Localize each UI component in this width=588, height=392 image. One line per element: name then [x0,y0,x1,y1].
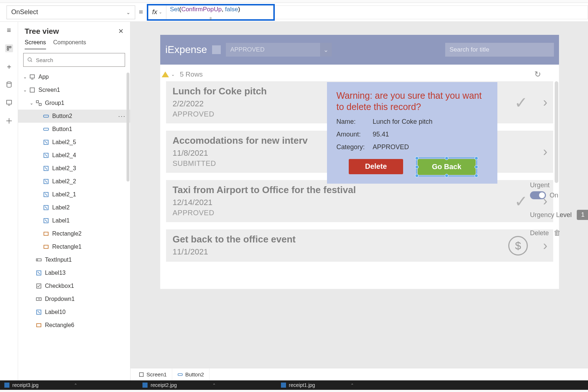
rect-icon [42,230,50,238]
tab-components[interactable]: Components [53,39,86,49]
tree-node-group1[interactable]: ⌄Group1 [18,97,130,110]
tree-node-label2_3[interactable]: Label2_3 [18,162,130,175]
label-icon [35,308,43,316]
tree-node-app[interactable]: ⌄App [18,70,130,83]
svg-rect-8 [30,88,34,92]
tree-node-checkbox1[interactable]: Checkbox1 [18,279,130,293]
property-selector-value: OnSelect [11,8,38,16]
left-rail: ≡ ＋ [0,22,18,380]
chevron-down-icon: ⌄ [126,9,131,15]
label-icon [42,217,50,225]
tree-node-label: Label13 [45,270,66,276]
download-file[interactable]: receipt1.jpg⌃ [281,382,354,388]
tree-node-rectangle6[interactable]: Rectangle6 [18,319,130,332]
tree-node-rectangle1[interactable]: Rectangle1 [18,240,130,253]
tree-node-label: TextInput1 [45,257,72,263]
close-icon[interactable]: ✕ [118,27,124,35]
tree-node-label: Label2_3 [52,165,76,172]
tree-search[interactable] [23,53,125,67]
app-icon [28,73,36,81]
fx-button[interactable]: fx ⌄ [148,5,166,19]
formula-bar-rest[interactable] [274,5,588,19]
tree-node-textinput1[interactable]: TextInput1 [18,253,130,266]
rect-icon [35,321,43,329]
formula-text[interactable]: Set(ConfirmPopUp, false) [166,5,273,19]
tree-node-label: Rectangle2 [52,230,82,237]
amount-key: Amount: [336,131,373,138]
svg-rect-11 [44,115,49,117]
tree-node-label: Label2_4 [52,152,76,159]
confirm-popup: Warning: are you sure that you want to d… [327,82,497,184]
tree-node-label2_1[interactable]: Label2_1 [18,188,130,201]
svg-rect-0 [7,46,8,48]
goback-button[interactable]: Go Back [418,159,476,175]
tree-node-label13[interactable]: Label13 [18,266,130,279]
expand-toggle-icon[interactable]: ⌄ [22,87,28,93]
tree-node-label2_4[interactable]: Label2_4 [18,149,130,162]
button-icon [177,372,183,377]
svg-rect-7 [30,75,34,78]
tree-node-label: Label10 [45,309,66,315]
svg-rect-10 [39,103,41,106]
search-icon [27,57,33,63]
label-icon [42,177,50,185]
tree-node-label: Label2_1 [52,191,76,198]
expand-toggle-icon[interactable]: ⌄ [28,101,35,106]
media-icon[interactable] [5,99,13,107]
tree-node-label: Label1 [52,217,70,224]
file-thumb-icon [142,383,148,388]
data-icon[interactable] [5,81,13,89]
tree-node-label1[interactable]: Label1 [18,214,130,227]
delete-button[interactable]: Delete [349,159,403,174]
file-thumb-icon [281,383,286,388]
tree-node-label: Label2 [52,204,70,211]
svg-rect-4 [7,100,12,104]
tree-node-label: Dropdown1 [45,296,75,302]
tab-screens[interactable]: Screens [25,39,46,49]
formula-input-highlighted[interactable]: fx ⌄ Set(ConfirmPopUp, false) ⇳ [147,4,275,21]
tree-view-panel: Tree view ✕ Screens Components ⌄App⌄Scre… [18,22,131,380]
tree-view-icon[interactable] [5,44,13,52]
app-canvas[interactable]: iExpense APPROVED ⌄ Search for title ⌄ 5… [160,35,559,289]
category-key: Category: [336,143,373,151]
btab-button[interactable]: Button2 [172,368,210,380]
tree-node-label2_2[interactable]: Label2_2 [18,175,130,188]
scrollbar[interactable] [127,73,129,181]
tree-node-label: Group1 [45,100,64,106]
download-file[interactable]: receipt3.jpg⌃ [4,382,77,388]
tree-node-dropdown1[interactable]: Dropdown1 [18,293,130,306]
tree-node-screen1[interactable]: ⌄Screen1 [18,83,130,97]
svg-rect-9 [36,101,38,103]
property-selector[interactable]: OnSelect ⌄ [7,5,135,19]
tree-node-label: Button2 [52,113,72,119]
search-input[interactable] [36,57,121,63]
svg-rect-2 [7,49,8,50]
tree-node-label2[interactable]: Label2 [18,201,130,214]
tree-list[interactable]: ⌄App⌄Screen1⌄Group1Button2···Button1Labe… [18,70,130,380]
equals-sign: = [139,8,143,16]
insert-icon[interactable]: ＋ [5,62,13,70]
svg-line-6 [31,61,32,62]
goback-button-selected[interactable]: Go Back [418,159,476,175]
resize-handle-icon[interactable]: ⇳ [209,16,212,21]
tree-node-rectangle2[interactable]: Rectangle2 [18,227,130,240]
more-icon[interactable]: ··· [118,113,126,120]
tree-node-button2[interactable]: Button2··· [18,110,130,123]
svg-rect-20 [44,232,48,236]
tools-icon[interactable] [5,117,13,125]
hamburger-icon[interactable]: ≡ [5,26,13,34]
name-value: Lunch for Coke pitch [373,118,432,126]
download-file[interactable]: receipt2.jpg⌃ [142,382,215,388]
btab-screen[interactable]: Screen1 [133,368,172,380]
expand-toggle-icon[interactable]: ⌄ [22,74,28,79]
label-icon [42,191,50,199]
urgency-badge-1[interactable]: 1 [577,210,588,220]
tree-node-label: Label2_5 [52,139,76,146]
checkbox-icon [35,282,43,290]
svg-rect-29 [140,372,144,376]
tree-node-label2_5[interactable]: Label2_5 [18,136,130,149]
tree-node-label10[interactable]: Label10 [18,306,130,319]
tree-node-button1[interactable]: Button1 [18,123,130,136]
tree-node-label: App [38,74,49,80]
label-icon [35,269,43,277]
